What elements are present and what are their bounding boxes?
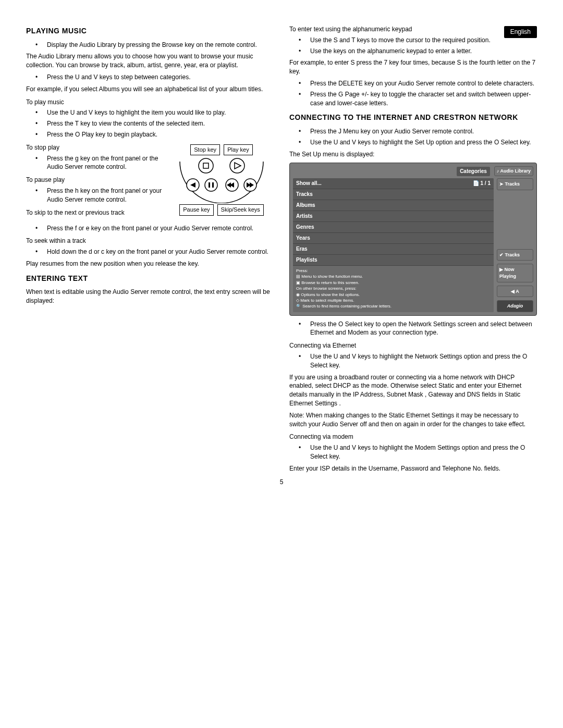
screenshot-adagio-logo: Adagio — [497, 300, 533, 312]
screenshot-help-panel: Press: ▤ Menu to show the function menu.… — [293, 265, 494, 312]
para-setup-displayed: The Set Up menu is displayed: — [289, 150, 537, 159]
bullet-view-contents: Press the T key to view the contents of … — [41, 119, 274, 128]
screenshot-row-tracks: Tracks — [293, 189, 494, 200]
screenshot-audio-library-badge: ♪ Audio Library — [494, 166, 533, 176]
screenshot-help-mark: ◇ Mark to select multiple items. — [296, 298, 491, 303]
subhead-enter-keypad: To enter text using the alphanumeric key… — [289, 25, 537, 34]
screenshot-tracks-button: ➤ Tracks — [497, 178, 533, 190]
left-column: PLAYING MUSIC Display the Audio Library … — [26, 21, 274, 476]
screenshot-tracks-check: ✔ Tracks — [497, 249, 533, 261]
screenshot-row-albums: Albums — [293, 200, 494, 211]
screenshot-page-indicator: 📄 1 / 1 — [473, 180, 491, 187]
para-dhcp: If you are using a broadband router or c… — [289, 373, 537, 408]
screenshot-list-panel: Show all... 📄 1 / 1 Tracks Albums Artist… — [293, 178, 494, 312]
bullet-highlight-item: Use the U and V keys to highlight the it… — [41, 108, 274, 117]
screenshot-help-search: 🔍 Search to find items containing partic… — [296, 304, 491, 309]
bullet-step-categories: Press the U and V keys to step between c… — [41, 73, 274, 82]
bullet-pause-key: Press the h key on the front panel or yo… — [41, 187, 274, 204]
screenshot-help-menu: ▤ Menu to show the function menu. — [296, 274, 491, 279]
subhead-via-ethernet: Connecting via Ethernet — [289, 341, 537, 350]
para-note-static: Note: When making changes to the Static … — [289, 411, 537, 429]
screenshot-row-playlists: Playlists — [293, 254, 494, 265]
bullet-modem-highlight: Use the U and V keys to highlight the Mo… — [304, 443, 537, 461]
screenshot-show-all: Show all... — [296, 180, 322, 187]
para-library-menu: The Audio Library menu allows you to cho… — [26, 52, 274, 70]
screenshot-row-genres: Genres — [293, 221, 494, 232]
subhead-via-modem: Connecting via modem — [289, 433, 537, 441]
para-resume: Play resumes from the new position when … — [26, 260, 274, 268]
para-entering-text: When text is editable using the Audio Se… — [26, 288, 274, 305]
bullet-skip-key: Press the f or e key on the front panel … — [41, 224, 274, 233]
screenshot-row-eras: Eras — [293, 243, 494, 254]
bullet-display-library: Display the Audio Library by pressing th… — [41, 41, 274, 50]
bullet-setup-highlight: Use the U and V keys to highlight the Se… — [304, 138, 537, 147]
screenshot-help-other: On other browse screens, press: — [296, 286, 491, 291]
para-isp-details: Enter your ISP details in the Username, … — [289, 464, 537, 473]
screenshot-categories-label: Categories — [457, 167, 490, 176]
bullet-move-cursor: Use the S and T keys to move the cursor … — [304, 36, 537, 45]
heading-connecting: CONNECTING TO THE INTERNET AND CRESTRON … — [289, 113, 537, 123]
bullet-ethernet-highlight: Use the U and V keys to highlight the Ne… — [304, 352, 537, 370]
screenshot-row-artists: Artists — [293, 211, 494, 221]
bullet-menu-key: Press the J Menu key on your Audio Serve… — [304, 127, 537, 136]
heading-playing-music: PLAYING MUSIC — [26, 26, 274, 36]
bullet-page-pm: Press the G Page +/- key to toggle the c… — [304, 90, 537, 108]
bullet-stop-key: Press the g key on the front panel or th… — [41, 154, 274, 172]
subhead-to-play: To play music — [26, 98, 274, 107]
screenshot-help-options: ◉ Options to show the list options. — [296, 292, 491, 298]
label-pause-key: Pause key — [179, 204, 213, 215]
right-column: To enter text using the alphanumeric key… — [289, 21, 537, 476]
page-content: PLAYING MUSIC Display the Audio Library … — [26, 21, 537, 476]
para-example-7key: For example, to enter S press the 7 key … — [289, 58, 537, 76]
bullet-play-key: Press the O Play key to begin playback. — [41, 130, 274, 139]
screenshot-help-press: Press: — [296, 268, 491, 274]
label-skip-keys: Skip/Seek keys — [217, 204, 264, 215]
bullet-open-network: Press the O Select key to open the Netwo… — [304, 320, 537, 338]
screenshot-a-button: ◀ A — [497, 286, 533, 298]
screenshot-help-browse: ▣ Browse to return to this screen. — [296, 280, 491, 286]
page-number: 5 — [280, 478, 284, 487]
screenshot-now-playing: ▶ Now Playing — [497, 264, 533, 282]
setup-menu-screenshot: Categories ♪ Audio Library Show all... 📄… — [289, 163, 537, 315]
para-albums-example: For example, if you select Albums you wi… — [26, 85, 274, 94]
heading-entering-text: ENTERING TEXT — [26, 274, 274, 284]
screenshot-row-years: Years — [293, 232, 494, 243]
bullet-enter-letter: Use the keys on the alphanumeric keypad … — [304, 47, 537, 56]
bullet-seek-key: Hold down the d or c key on the front pa… — [41, 248, 274, 256]
subhead-to-seek: To seek within a track — [26, 237, 274, 245]
bullet-delete-key: Press the DELETE key on your Audio Serve… — [304, 79, 537, 88]
